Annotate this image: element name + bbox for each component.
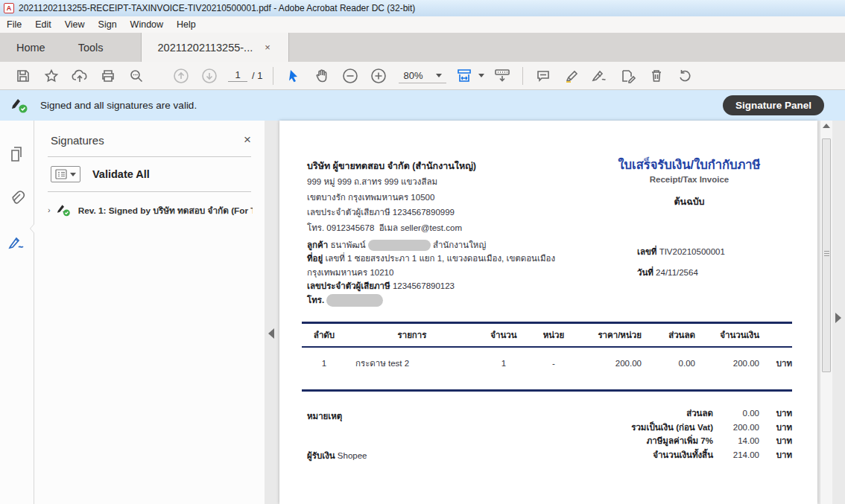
invoice-meta: เลขที่ TIV20210500001 วันที่ 24/11/2564 (637, 242, 725, 283)
tab-tools[interactable]: Tools (62, 33, 120, 62)
comment-button[interactable] (531, 65, 556, 87)
attachments-button[interactable] (6, 188, 28, 210)
expand-tools-panel-icon[interactable] (835, 313, 841, 323)
invoice-number-line: เลขที่ TIV20210500001 (637, 242, 725, 263)
panel-options-button[interactable] (51, 166, 80, 182)
seller-contact: โทร. 0912345678 อีเมล seller@test.com (307, 220, 476, 235)
hand-tool-button[interactable] (309, 65, 335, 87)
toolbar: / 1 80% (0, 62, 845, 90)
next-page-button[interactable] (197, 65, 222, 87)
toolbar-expand-button[interactable] (490, 65, 515, 87)
panel-gap (265, 121, 279, 504)
document-area: บริษัท ผู้ขายทดสอบ จำกัด (สำนักงานใหญ่) … (265, 121, 820, 504)
signature-pen-icon (7, 235, 27, 252)
signature-rev1-label: Rev. 1: Signed by บริษัท ทดสอบ จำกัด (Fo… (78, 203, 253, 217)
window-title: 20211202113255-RECEIPT-TAXINVOICE-TIV202… (19, 3, 415, 13)
validate-all-button[interactable]: Validate All (92, 168, 150, 180)
highlight-button[interactable] (559, 65, 584, 87)
hand-icon (314, 68, 329, 83)
signature-rev1-item[interactable]: › Rev. 1: Signed by บริษัท ทดสอบ จำกัด (… (46, 192, 253, 225)
plus-circle-icon (370, 68, 387, 84)
menu-bar: File Edit View Sign Window Help (0, 16, 845, 33)
highlighter-icon (564, 68, 579, 83)
menu-view[interactable]: View (58, 18, 92, 31)
signature-panel-button[interactable]: Signature Panel (723, 95, 824, 115)
scroll-up-icon[interactable] (823, 124, 830, 128)
previous-page-button[interactable] (168, 65, 194, 87)
tab-home[interactable]: Home (0, 33, 62, 62)
rotate-pages-button[interactable] (672, 65, 697, 87)
chevron-down-icon (70, 173, 76, 176)
doc-title-english: Receipt/Tax Invoice (592, 175, 786, 184)
page-number-input[interactable] (228, 69, 247, 82)
tab-close-icon[interactable]: × (263, 42, 272, 52)
menu-file[interactable]: File (0, 18, 28, 31)
seller-name: บริษัท ผู้ขายทดสอบ จำกัด (สำนักงานใหญ่) (307, 158, 476, 174)
signatures-panel-header: Signatures × (46, 121, 253, 156)
menu-sign[interactable]: Sign (92, 18, 124, 31)
paperclip-icon (9, 190, 25, 208)
fit-width-button[interactable] (454, 65, 487, 87)
seller-address-2: เขตบางรัก กรุงเทพมหานคร 10500 (307, 190, 476, 205)
menu-window[interactable]: Window (124, 18, 170, 31)
active-panel-notch (31, 223, 35, 234)
doc-title-thai: ใบเสร็จรับเงิน/ใบกำกับภาษี (592, 155, 786, 174)
print-button[interactable] (95, 65, 121, 87)
customer-address-line1: ที่อยู่ เลขที่ 1 ซอยสรงประภา 1 แยก 1, แข… (307, 252, 555, 265)
star-button[interactable] (39, 65, 64, 87)
stamp-button[interactable] (615, 65, 641, 87)
tab-document-label: 20211202113255-... (158, 42, 253, 54)
signature-status-bar: Signed and all signatures are valid. Sig… (0, 90, 845, 121)
zoom-level-value: 80% (403, 70, 422, 81)
close-panel-icon[interactable]: × (244, 133, 251, 147)
signatures-panel-title: Signatures (51, 134, 104, 147)
star-icon (44, 68, 59, 83)
chevron-right-icon[interactable]: › (48, 205, 51, 214)
validate-all-row: Validate All (46, 157, 253, 191)
vertical-scrollbar[interactable] (820, 121, 832, 504)
acrobat-window: A 20211202113255-RECEIPT-TAXINVOICE-TIV2… (0, 0, 845, 504)
seller-email: seller@test.com (400, 223, 462, 232)
page-thumbnails-button[interactable] (6, 143, 28, 165)
total-subtotal-row: รวมเป็นเงิน (ก่อน Vat) 200.00 บาท (525, 421, 792, 435)
search-button[interactable] (124, 65, 149, 87)
totals-block: ส่วนลด 0.00 บาท รวมเป็นเงิน (ก่อน Vat) 2… (525, 406, 792, 462)
total-grand-row: จำนวนเงินทั้งสิ้น 214.00 บาท (525, 448, 792, 462)
trash-icon (649, 68, 664, 83)
cloud-upload-button[interactable] (67, 65, 92, 87)
signatures-button[interactable] (6, 232, 28, 255)
total-vat-row: ภาษีมูลค่าเพิ่ม 7% 14.00 บาท (525, 434, 792, 448)
save-icon (16, 68, 31, 83)
table-header-row: ลำดับ รายการ จำนวน หน่วย ราคา/หน่วย ส่วน… (302, 322, 792, 348)
menu-help[interactable]: Help (170, 18, 203, 31)
signature-status-message: Signed and all signatures are valid. (40, 100, 712, 111)
table-row: 1 กระดาษ test 2 1 - 200.00 0.00 200.00 บ… (302, 348, 792, 389)
scrollbar-thumb[interactable] (822, 138, 831, 372)
main-region: Signatures × Validate All › (0, 121, 845, 504)
arrow-down-icon (201, 68, 218, 84)
pdf-page[interactable]: บริษัท ผู้ขายทดสอบ จำกัด (สำนักงานใหญ่) … (279, 121, 817, 504)
seller-address-1: 999 หมู่ 999 ถ.สาทร 999 แขวงสีลม (307, 174, 476, 189)
zoom-level-select[interactable]: 80% (399, 68, 446, 83)
seller-tax-id: เลขประจำตัวผู้เสียภาษี 1234567890999 (307, 205, 476, 220)
page-indicator: / 1 (228, 69, 262, 82)
delete-pages-button[interactable] (644, 65, 669, 87)
total-discount-row: ส่วนลด 0.00 บาท (525, 406, 792, 421)
table-bottom-border (302, 389, 792, 392)
right-panel-strip (832, 121, 845, 504)
select-tool-button[interactable] (281, 65, 306, 87)
cursor-icon (287, 68, 300, 83)
menu-edit[interactable]: Edit (28, 18, 58, 31)
collapse-panel-icon[interactable] (268, 328, 274, 339)
signatures-panel: Signatures × Validate All › (34, 121, 265, 504)
zoom-out-button[interactable] (338, 65, 363, 87)
line-items-table: ลำดับ รายการ จำนวน หน่วย ราคา/หน่วย ส่วน… (302, 322, 792, 392)
save-button[interactable] (10, 65, 36, 87)
search-icon (129, 68, 144, 83)
print-icon (101, 68, 115, 83)
zoom-in-button[interactable] (366, 65, 391, 87)
redaction-box (326, 294, 383, 307)
sign-button[interactable] (587, 65, 613, 87)
signature-valid-icon (10, 97, 30, 115)
tab-document[interactable]: 20211202113255-... × (141, 33, 289, 62)
